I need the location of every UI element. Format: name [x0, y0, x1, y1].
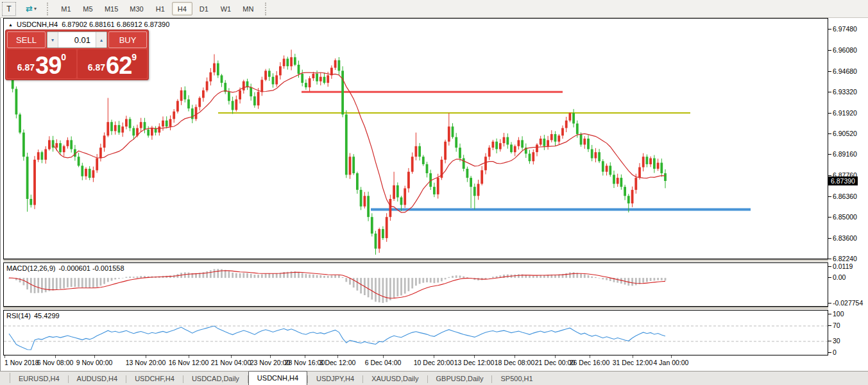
time-axis[interactable]: 1 Nov 20186 Nov 08:009 Nov 00:0013 Nov 2… [3, 355, 828, 371]
candle-body [510, 144, 513, 152]
price-axis-tick [828, 133, 831, 134]
macd-histogram-bar [415, 278, 417, 286]
timeframe-button-m30[interactable]: M30 [124, 2, 148, 15]
macd-histogram-bar [411, 278, 413, 288]
sell-button[interactable]: SELL [7, 31, 46, 48]
candle-body [85, 169, 87, 176]
price-axis-label: 6.85000 [833, 213, 857, 221]
candle-body [499, 143, 502, 149]
macd-histogram-bar [389, 278, 391, 300]
macd-label: MACD(12,26,9)-0.000601 -0.001558 [6, 264, 124, 272]
toolbar-grip[interactable] [47, 3, 49, 15]
macd-histogram-bar [103, 278, 105, 284]
macd-histogram-bar [63, 278, 65, 288]
macd-histogram-bar [37, 278, 39, 293]
candle-body [642, 157, 645, 167]
timeframe-button-h4[interactable]: H4 [172, 2, 192, 15]
candle-body [463, 158, 465, 169]
candle-body [26, 157, 29, 199]
macd-histogram-bar [448, 277, 450, 278]
sell-price-tile[interactable]: 6.87 39 0 [7, 49, 76, 78]
chart-tab-sp500-h1[interactable]: SP500,H1 [492, 372, 541, 385]
timeframe-button-m15[interactable]: M15 [99, 2, 123, 15]
volume-input[interactable] [58, 32, 96, 47]
macd-histogram-bar [342, 277, 344, 278]
timeframe-button-mn[interactable]: MN [237, 2, 259, 15]
macd-histogram-bar [114, 278, 116, 279]
macd-histogram-bar [85, 278, 87, 287]
candle-body [206, 81, 208, 90]
macd-histogram-bar [316, 275, 318, 278]
price-axis-column[interactable]: 6.974806.960806.946806.933206.919206.905… [828, 18, 868, 371]
rsi-axis-tick [828, 341, 831, 341]
main-chart-panel: ▲ USDCNH,H4 6.87902 6.88161 6.86912 6.87… [3, 18, 828, 259]
chart-tab-gbpusd-daily[interactable]: GBPUSD,Daily [428, 372, 492, 385]
candle-body [41, 152, 44, 160]
macd-axis-tick [828, 303, 831, 304]
macd-histogram-bar [331, 275, 333, 278]
chart-tab-audusd-h4[interactable]: AUDUSD,H4 [69, 372, 126, 385]
macd-axis-label: 0.0119 [833, 262, 853, 270]
chart-tab-usdcad-daily[interactable]: USDCAD,Daily [183, 372, 248, 385]
candle-body [99, 148, 102, 158]
candle-body [169, 119, 172, 127]
rsi-plot[interactable] [4, 311, 828, 355]
price-axis-label: 6.83600 [833, 234, 857, 242]
candle-body [213, 64, 216, 73]
time-axis-label: 1 Nov 2018 [4, 359, 39, 366]
timeframe-button-h1[interactable]: H1 [150, 2, 171, 15]
candle-body [569, 113, 572, 121]
price-axis-label: 6.82240 [833, 255, 857, 262]
candle-body [455, 137, 457, 148]
macd-histogram-bar [298, 272, 300, 278]
candle-body [22, 133, 25, 157]
macd-histogram-bar [323, 276, 325, 278]
rsi-axis-tick [828, 352, 831, 353]
macd-histogram-bar [89, 278, 90, 288]
timeframe-button-d1[interactable]: D1 [194, 2, 214, 15]
volume-decrease-button[interactable]: ▾ [47, 32, 58, 47]
macd-histogram-bar [71, 278, 72, 287]
buy-price-tile[interactable]: 6.87 62 9 [78, 49, 147, 78]
timeframe-button-m1[interactable]: M1 [56, 2, 76, 15]
timeframe-button-m5[interactable]: M5 [78, 2, 98, 15]
candle-body [367, 196, 370, 217]
macd-axis-label: 0.00 [833, 273, 846, 281]
macd-histogram-bar [133, 277, 135, 278]
candle-body [660, 163, 663, 173]
macd-histogram-bar [368, 278, 370, 297]
candle-body [624, 187, 626, 196]
chart-tab-usdcnh-h4[interactable]: USDCNH,H4 [248, 371, 307, 385]
toolbar-grip[interactable] [265, 3, 268, 15]
candle-body [565, 121, 568, 128]
macd-histogram-bar [319, 275, 321, 278]
chart-tab-usdchf-h4[interactable]: USDCHF,H4 [126, 372, 183, 385]
text-tool-button[interactable]: T [2, 2, 16, 16]
buy-button[interactable]: BUY [108, 31, 147, 48]
macd-histogram-bar [635, 278, 637, 285]
candle-body [33, 160, 36, 205]
candle-body [521, 140, 523, 148]
candle-body [506, 137, 509, 145]
chart-tab-usdjpy-h4[interactable]: USDJPY,H4 [308, 372, 362, 385]
macd-plot[interactable] [4, 263, 828, 306]
one-click-trading-panel: SELL ▾ ▴ BUY 6.87 39 0 6.87 [5, 30, 149, 80]
macd-histogram-bar [353, 278, 355, 287]
macd-histogram-bar [518, 274, 520, 278]
macd-histogram-bar [386, 278, 387, 302]
chart-tab-eurusd-h4[interactable]: EURUSD,H4 [10, 372, 68, 385]
sell-price-small: 6.87 [17, 62, 35, 73]
macd-histogram-bar [206, 271, 208, 278]
volume-increase-button[interactable]: ▴ [96, 32, 106, 47]
macd-histogram-bar [126, 277, 128, 278]
collapse-triangle-icon[interactable]: ▲ [8, 22, 13, 27]
arrows-tool-button[interactable]: ⇄ ▾ [21, 2, 41, 16]
chart-tab-xauusd-daily[interactable]: XAUUSD,Daily [363, 372, 427, 385]
candle-body [166, 121, 168, 126]
timeframe-button-w1[interactable]: W1 [216, 2, 237, 15]
macd-histogram-bar [254, 275, 256, 278]
macd-histogram-bar [430, 278, 432, 282]
candle-body [503, 137, 506, 143]
candle-body [378, 229, 380, 249]
candle-body [411, 157, 414, 172]
